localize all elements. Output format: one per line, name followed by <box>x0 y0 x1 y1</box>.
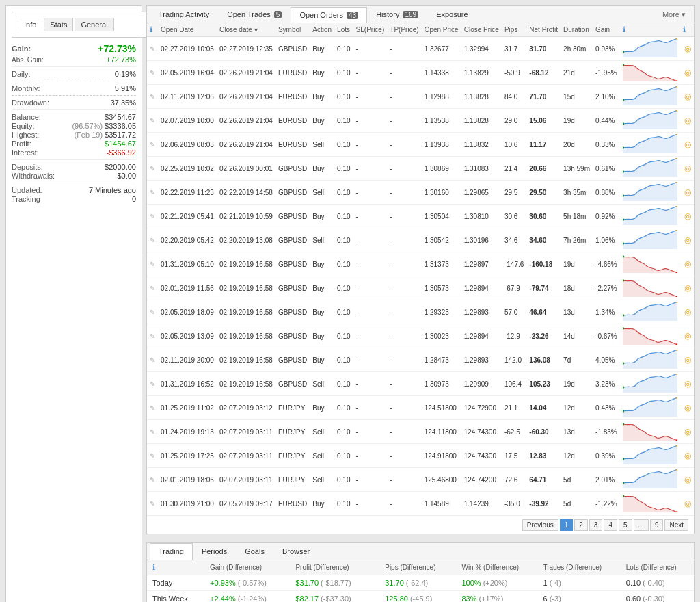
bottom-tab-trading[interactable]: Trading <box>150 543 193 560</box>
gain-value: +72.73% <box>98 43 136 54</box>
th-symbol[interactable]: Symbol <box>275 23 310 37</box>
row-lots: 0.10 <box>334 276 353 300</box>
stats-th-win: Win % (Difference) <box>456 560 537 575</box>
page-2-button[interactable]: 2 <box>574 519 588 531</box>
page-1-button[interactable]: 1 <box>560 519 574 531</box>
row-star[interactable]: ◎ <box>680 109 694 133</box>
row-lots: 0.10 <box>334 133 353 157</box>
th-close-price[interactable]: Close Price <box>461 23 502 37</box>
row-star[interactable]: ◎ <box>680 396 694 420</box>
row-net-profit: 30.60 <box>526 205 561 228</box>
row-edit[interactable]: ✎ <box>147 85 158 109</box>
th-sl[interactable]: SL(Price) <box>353 23 388 37</box>
tab-open-orders[interactable]: Open Orders 43 <box>291 7 367 23</box>
th-action[interactable]: Action <box>310 23 334 37</box>
th-open-date[interactable]: Open Date <box>158 23 217 37</box>
row-lots: 0.10 <box>334 348 353 372</box>
row-edit[interactable]: ✎ <box>147 252 158 276</box>
tab-exposure[interactable]: Exposure <box>427 6 476 23</box>
row-sl: - <box>353 276 388 300</box>
row-open-price: 1.30504 <box>422 205 461 228</box>
row-edit[interactable]: ✎ <box>147 61 158 85</box>
page-ellipsis-button[interactable]: ... <box>634 519 649 531</box>
row-edit[interactable]: ✎ <box>147 324 158 348</box>
tab-info[interactable]: Info <box>18 18 42 31</box>
th-pips[interactable]: Pips <box>502 23 526 37</box>
row-star[interactable]: ◎ <box>680 300 694 324</box>
row-star[interactable]: ◎ <box>680 252 694 276</box>
table-row: ✎ 01.30.2019 21:00 02.05.2019 09:17 EURU… <box>147 492 694 516</box>
table-row: ✎ 02.27.2019 10:05 02.27.2019 12:35 GBPU… <box>147 37 694 61</box>
tab-trading-activity[interactable]: Trading Activity <box>150 6 218 23</box>
next-button[interactable]: Next <box>664 519 688 531</box>
row-sl: - <box>353 205 388 228</box>
row-lots: 0.10 <box>334 396 353 420</box>
row-star[interactable]: ◎ <box>680 468 694 492</box>
row-tp: - <box>387 276 421 300</box>
row-star[interactable]: ◎ <box>680 228 694 252</box>
row-star[interactable]: ◎ <box>680 157 694 181</box>
row-close-date: 02.07.2019 03:11 <box>217 420 275 444</box>
row-open-date: 02.11.2019 20:00 <box>158 348 217 372</box>
row-open-price: 1.14589 <box>422 492 461 516</box>
row-star[interactable]: ◎ <box>680 276 694 300</box>
row-star[interactable]: ◎ <box>680 492 694 516</box>
row-star[interactable]: ◎ <box>680 37 694 61</box>
row-star[interactable]: ◎ <box>680 372 694 396</box>
row-edit[interactable]: ✎ <box>147 348 158 372</box>
row-edit[interactable]: ✎ <box>147 109 158 133</box>
th-close-date[interactable]: Close date ▾ <box>217 23 275 37</box>
prev-button[interactable]: Previous <box>522 519 558 531</box>
row-star[interactable]: ◎ <box>680 348 694 372</box>
th-lots[interactable]: Lots <box>334 23 353 37</box>
row-net-profit: -39.92 <box>526 492 561 516</box>
th-open-price[interactable]: Open Price <box>422 23 461 37</box>
row-edit[interactable]: ✎ <box>147 300 158 324</box>
row-star[interactable]: ◎ <box>680 205 694 228</box>
row-net-profit: 11.17 <box>526 133 561 157</box>
tab-general[interactable]: General <box>75 18 113 31</box>
row-edit[interactable]: ✎ <box>147 181 158 205</box>
page-5-button[interactable]: 5 <box>619 519 632 531</box>
page-9-button[interactable]: 9 <box>650 519 664 531</box>
row-edit[interactable]: ✎ <box>147 444 158 468</box>
bottom-tab-goals[interactable]: Goals <box>236 543 273 560</box>
bottom-tab-browser[interactable]: Browser <box>273 543 319 560</box>
row-duration: 12d <box>561 396 593 420</box>
row-star[interactable]: ◎ <box>680 133 694 157</box>
row-edit[interactable]: ✎ <box>147 468 158 492</box>
row-star[interactable]: ◎ <box>680 85 694 109</box>
bottom-tab-periods[interactable]: Periods <box>193 543 236 560</box>
row-edit[interactable]: ✎ <box>147 37 158 61</box>
th-tp[interactable]: TP(Price) <box>387 23 421 37</box>
row-star[interactable]: ◎ <box>680 61 694 85</box>
row-net-profit: 64.71 <box>526 468 561 492</box>
row-edit[interactable]: ✎ <box>147 228 158 252</box>
row-edit[interactable]: ✎ <box>147 276 158 300</box>
th-gain[interactable]: Gain <box>593 23 620 37</box>
th-duration[interactable]: Duration <box>561 23 593 37</box>
row-net-profit: -60.30 <box>526 420 561 444</box>
row-star[interactable]: ◎ <box>680 324 694 348</box>
row-edit[interactable]: ✎ <box>147 157 158 181</box>
row-edit[interactable]: ✎ <box>147 492 158 516</box>
row-edit[interactable]: ✎ <box>147 205 158 228</box>
left-panel-tabs: Info Stats General <box>12 12 148 38</box>
row-star[interactable]: ◎ <box>680 181 694 205</box>
tab-open-trades[interactable]: Open Trades 5 <box>218 6 291 23</box>
more-button[interactable]: More ▾ <box>657 8 691 21</box>
page-4-button[interactable]: 4 <box>604 519 617 531</box>
row-edit[interactable]: ✎ <box>147 396 158 420</box>
row-star[interactable]: ◎ <box>680 420 694 444</box>
th-net-profit[interactable]: Net Profit <box>526 23 561 37</box>
tab-stats[interactable]: Stats <box>44 18 73 31</box>
row-edit[interactable]: ✎ <box>147 420 158 444</box>
row-edit[interactable]: ✎ <box>147 133 158 157</box>
row-edit[interactable]: ✎ <box>147 372 158 396</box>
page-3-button[interactable]: 3 <box>589 519 603 531</box>
row-sl: - <box>353 420 388 444</box>
tab-history[interactable]: History 169 <box>367 6 427 23</box>
row-star[interactable]: ◎ <box>680 444 694 468</box>
row-symbol: GBPUSD <box>275 181 310 205</box>
stats-row: This Week +2.44% (-1.24%) $82.17 (-$37.3… <box>147 591 694 603</box>
